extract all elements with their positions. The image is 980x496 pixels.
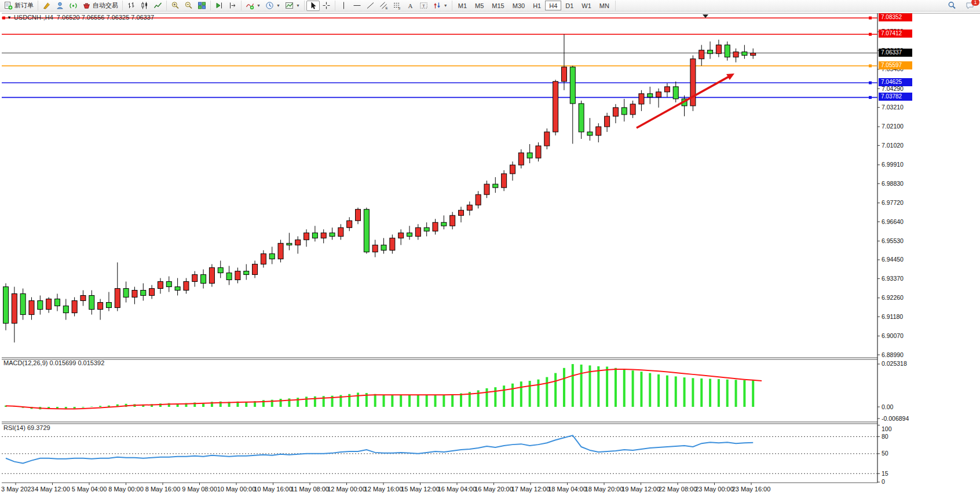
svg-text:T: T: [422, 3, 425, 9]
community-button[interactable]: [53, 1, 67, 11]
bar-chart-button[interactable]: [125, 1, 138, 11]
trendline-button[interactable]: [364, 1, 377, 11]
candle: [244, 271, 249, 274]
price-tick-label: 6.94450: [882, 256, 904, 263]
candle: [553, 82, 558, 132]
chart-window[interactable]: 7.075607.064807.054007.042907.032107.021…: [0, 11, 980, 496]
toolbar-right: 1: [945, 1, 980, 11]
metaeditor-button[interactable]: [40, 1, 53, 11]
candle: [398, 233, 404, 238]
timeframe-button-mn[interactable]: MN: [595, 1, 613, 10]
candle: [20, 294, 25, 315]
new-order-button[interactable]: 新订单: [2, 1, 36, 11]
templates-button[interactable]: ▼: [283, 1, 302, 11]
candle: [536, 146, 541, 158]
candle: [381, 245, 386, 250]
timeframe-button-w1[interactable]: W1: [577, 1, 595, 10]
rsi-axis-label: 15: [882, 470, 888, 477]
time-axis-label: 8 May 16:00: [145, 486, 181, 493]
time-axis-label: 16 May 04:00: [438, 486, 477, 493]
candle: [441, 222, 447, 226]
candle: [630, 104, 635, 115]
signals-icon: [69, 1, 78, 10]
text-icon: A: [406, 1, 415, 10]
toolbar-group-chart-types: [123, 1, 167, 10]
candle: [132, 290, 137, 297]
toolbar: 新订单自动交易▼▼▼EFAT▼M1M5M15M30H1H4D1W1MN1: [0, 0, 980, 12]
price-tick-label: 6.92260: [882, 294, 904, 301]
autotrading-icon: [82, 1, 91, 10]
chevron-down-icon[interactable]: ▼: [444, 3, 448, 8]
candle: [742, 52, 747, 56]
chevron-down-icon[interactable]: ▼: [276, 3, 280, 8]
timeframe-button-m30[interactable]: M30: [509, 1, 529, 10]
timeframe-button-d1[interactable]: D1: [561, 1, 577, 10]
chart-shift-button[interactable]: [226, 1, 239, 11]
time-axis-label: 15 May 12:00: [401, 486, 440, 493]
chart-canvas[interactable]: 7.075607.064807.054007.042907.032107.021…: [0, 12, 980, 496]
macd-axis-label: 0.025318: [882, 360, 907, 367]
zoom-out-button[interactable]: [182, 1, 195, 11]
svg-text:F: F: [398, 7, 401, 10]
timeframe-button-m15[interactable]: M15: [488, 1, 508, 10]
candlestick-button[interactable]: [138, 1, 151, 11]
indicators-button[interactable]: ▼: [243, 1, 263, 11]
cursor-button[interactable]: [306, 1, 320, 11]
candle: [493, 184, 498, 188]
candle: [89, 296, 94, 310]
line-marker: [869, 82, 872, 84]
channel-icon: E: [379, 1, 388, 10]
time-axis-label: 23 May 16:00: [732, 486, 771, 493]
candle: [587, 132, 593, 135]
timeframe-button-m1[interactable]: M1: [454, 1, 471, 10]
candle: [450, 215, 455, 226]
periods-button[interactable]: ▼: [263, 1, 283, 11]
chevron-down-icon[interactable]: ▼: [296, 3, 300, 8]
candle: [407, 233, 412, 236]
text-button[interactable]: A: [404, 1, 417, 11]
candle: [613, 108, 618, 116]
arrows-button[interactable]: ▼: [430, 1, 450, 11]
candle: [690, 59, 696, 106]
price-tick-label: 6.95530: [882, 237, 904, 244]
candle: [605, 116, 610, 127]
auto-scroll-button[interactable]: [213, 1, 226, 11]
candle: [175, 286, 180, 290]
symbol-dropdown-icon[interactable]: ▼: [7, 15, 12, 20]
candle: [424, 227, 429, 231]
price-tick-label: 6.96640: [882, 218, 904, 225]
timeframe-button-h1[interactable]: H1: [529, 1, 545, 10]
timeframe-button-m5[interactable]: M5: [471, 1, 488, 10]
line-chart-button[interactable]: [151, 1, 164, 11]
line-marker: [869, 17, 872, 20]
zoom-out-icon: [184, 1, 193, 10]
chat-button[interactable]: 1: [963, 1, 977, 11]
zoom-in-icon: [171, 1, 180, 10]
price-badge: 7.08352: [879, 13, 912, 21]
channel-button[interactable]: E: [377, 1, 390, 11]
vertical-line-button[interactable]: [337, 1, 350, 11]
crosshair-button[interactable]: [320, 1, 333, 11]
text-label-icon: T: [419, 1, 428, 10]
time-axis-label: 16 May 20:00: [474, 486, 513, 493]
fibonacci-button[interactable]: F: [390, 1, 404, 11]
candle: [269, 253, 275, 259]
chevron-down-icon[interactable]: ▼: [257, 3, 261, 8]
candle: [364, 210, 369, 252]
signals-button[interactable]: [67, 1, 80, 11]
chart-plot-area[interactable]: [2, 13, 877, 483]
candlestick-icon: [140, 1, 149, 10]
rsi-axis-label: 50: [882, 450, 888, 457]
timeframe-button-h4[interactable]: H4: [545, 1, 561, 10]
autotrading-button[interactable]: 自动交易: [80, 1, 120, 11]
bar-chart-icon: [127, 1, 136, 10]
candle: [38, 301, 43, 310]
tile-windows-button[interactable]: [195, 1, 209, 11]
candle: [72, 301, 77, 313]
horizontal-line-button[interactable]: [350, 1, 364, 11]
rsi-indicator-label: RSI(14) 69.3729: [3, 424, 50, 431]
text-label-button[interactable]: T: [417, 1, 430, 11]
candle: [518, 153, 524, 165]
zoom-in-button[interactable]: [169, 1, 182, 11]
search-button[interactable]: [945, 1, 959, 11]
